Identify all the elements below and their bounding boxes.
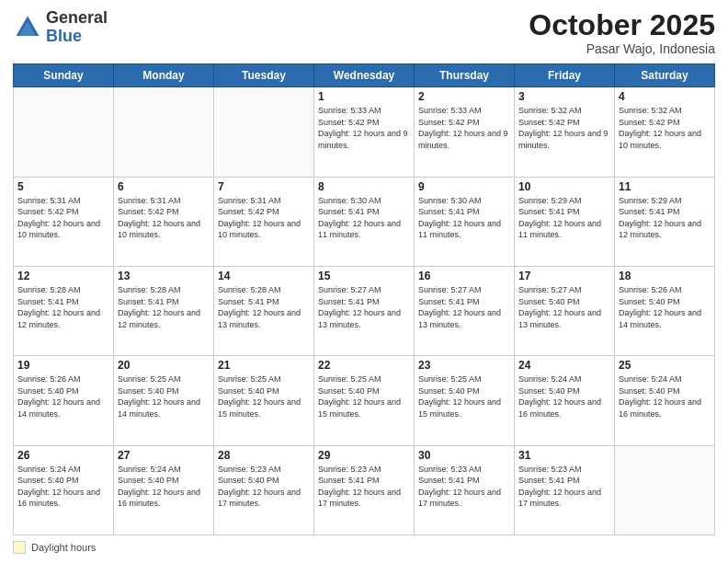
day-number: 30	[418, 449, 510, 462]
calendar-header-friday: Friday	[515, 64, 615, 87]
calendar-week-2: 12Sunrise: 5:28 AM Sunset: 5:41 PM Dayli…	[14, 266, 715, 355]
day-number: 27	[118, 449, 210, 462]
calendar-header-tuesday: Tuesday	[214, 64, 314, 87]
calendar-cell: 11Sunrise: 5:29 AM Sunset: 5:41 PM Dayli…	[615, 177, 715, 266]
calendar-cell: 13Sunrise: 5:28 AM Sunset: 5:41 PM Dayli…	[114, 266, 214, 355]
calendar-header-row: SundayMondayTuesdayWednesdayThursdayFrid…	[14, 64, 715, 87]
day-number: 7	[218, 180, 310, 193]
day-info: Sunrise: 5:23 AM Sunset: 5:41 PM Dayligh…	[418, 464, 510, 510]
calendar-week-3: 19Sunrise: 5:26 AM Sunset: 5:40 PM Dayli…	[14, 356, 715, 445]
calendar-cell: 30Sunrise: 5:23 AM Sunset: 5:41 PM Dayli…	[415, 445, 515, 534]
day-info: Sunrise: 5:30 AM Sunset: 5:41 PM Dayligh…	[318, 195, 410, 241]
day-number: 12	[17, 270, 109, 282]
legend: Daylight hours	[13, 541, 715, 554]
day-info: Sunrise: 5:32 AM Sunset: 5:42 PM Dayligh…	[619, 105, 711, 151]
day-number: 9	[418, 180, 510, 193]
calendar-cell: 23Sunrise: 5:25 AM Sunset: 5:40 PM Dayli…	[415, 356, 515, 445]
calendar-header-thursday: Thursday	[415, 64, 515, 87]
calendar-cell: 2Sunrise: 5:33 AM Sunset: 5:42 PM Daylig…	[415, 87, 515, 177]
day-info: Sunrise: 5:23 AM Sunset: 5:41 PM Dayligh…	[318, 464, 410, 510]
logo-icon	[13, 13, 42, 42]
day-info: Sunrise: 5:28 AM Sunset: 5:41 PM Dayligh…	[118, 284, 210, 330]
day-info: Sunrise: 5:23 AM Sunset: 5:40 PM Dayligh…	[218, 464, 310, 510]
day-info: Sunrise: 5:25 AM Sunset: 5:40 PM Dayligh…	[418, 373, 510, 419]
logo: General Blue	[13, 9, 108, 46]
day-number: 31	[518, 449, 610, 462]
day-info: Sunrise: 5:24 AM Sunset: 5:40 PM Dayligh…	[118, 464, 210, 510]
calendar-cell: 24Sunrise: 5:24 AM Sunset: 5:40 PM Dayli…	[515, 356, 615, 445]
day-number: 10	[518, 180, 610, 193]
day-info: Sunrise: 5:24 AM Sunset: 5:40 PM Dayligh…	[518, 373, 610, 419]
calendar-cell: 6Sunrise: 5:31 AM Sunset: 5:42 PM Daylig…	[114, 177, 214, 266]
day-number: 20	[118, 359, 210, 372]
calendar-cell: 17Sunrise: 5:27 AM Sunset: 5:40 PM Dayli…	[515, 266, 615, 355]
calendar-header-saturday: Saturday	[615, 64, 715, 87]
calendar-cell: 7Sunrise: 5:31 AM Sunset: 5:42 PM Daylig…	[214, 177, 314, 266]
day-info: Sunrise: 5:23 AM Sunset: 5:41 PM Dayligh…	[518, 464, 610, 510]
legend-color-box	[13, 541, 26, 554]
header: General Blue October 2025 Pasar Wajo, In…	[13, 9, 715, 56]
calendar-cell: 31Sunrise: 5:23 AM Sunset: 5:41 PM Dayli…	[515, 445, 615, 534]
day-info: Sunrise: 5:31 AM Sunset: 5:42 PM Dayligh…	[17, 195, 109, 241]
day-info: Sunrise: 5:28 AM Sunset: 5:41 PM Dayligh…	[17, 284, 109, 330]
day-info: Sunrise: 5:25 AM Sunset: 5:40 PM Dayligh…	[318, 373, 410, 419]
day-info: Sunrise: 5:31 AM Sunset: 5:42 PM Dayligh…	[118, 195, 210, 241]
calendar-cell: 14Sunrise: 5:28 AM Sunset: 5:41 PM Dayli…	[214, 266, 314, 355]
day-number: 1	[318, 90, 410, 103]
location: Pasar Wajo, Indonesia	[529, 41, 715, 56]
month-title: October 2025	[529, 9, 715, 41]
day-number: 13	[118, 270, 210, 282]
calendar-cell	[214, 87, 314, 177]
calendar-cell: 29Sunrise: 5:23 AM Sunset: 5:41 PM Dayli…	[314, 445, 415, 534]
day-number: 2	[418, 90, 510, 103]
day-number: 4	[619, 90, 711, 103]
day-info: Sunrise: 5:25 AM Sunset: 5:40 PM Dayligh…	[218, 373, 310, 419]
calendar-cell: 15Sunrise: 5:27 AM Sunset: 5:41 PM Dayli…	[314, 266, 415, 355]
day-number: 23	[418, 359, 510, 372]
day-info: Sunrise: 5:24 AM Sunset: 5:40 PM Dayligh…	[619, 373, 711, 419]
day-number: 25	[619, 359, 711, 372]
day-info: Sunrise: 5:33 AM Sunset: 5:42 PM Dayligh…	[318, 105, 410, 151]
calendar-cell: 1Sunrise: 5:33 AM Sunset: 5:42 PM Daylig…	[314, 87, 415, 177]
day-number: 28	[218, 449, 310, 462]
day-info: Sunrise: 5:27 AM Sunset: 5:41 PM Dayligh…	[418, 284, 510, 330]
day-info: Sunrise: 5:27 AM Sunset: 5:41 PM Dayligh…	[318, 284, 410, 330]
calendar-week-4: 26Sunrise: 5:24 AM Sunset: 5:40 PM Dayli…	[14, 445, 715, 534]
calendar-cell: 22Sunrise: 5:25 AM Sunset: 5:40 PM Dayli…	[314, 356, 415, 445]
day-info: Sunrise: 5:32 AM Sunset: 5:42 PM Dayligh…	[518, 105, 610, 151]
calendar-cell: 4Sunrise: 5:32 AM Sunset: 5:42 PM Daylig…	[615, 87, 715, 177]
calendar-cell: 20Sunrise: 5:25 AM Sunset: 5:40 PM Dayli…	[114, 356, 214, 445]
day-info: Sunrise: 5:31 AM Sunset: 5:42 PM Dayligh…	[218, 195, 310, 241]
calendar-header-sunday: Sunday	[14, 64, 114, 87]
calendar-cell: 18Sunrise: 5:26 AM Sunset: 5:40 PM Dayli…	[615, 266, 715, 355]
day-number: 14	[218, 270, 310, 282]
page: General Blue October 2025 Pasar Wajo, In…	[0, 0, 728, 563]
calendar-cell: 28Sunrise: 5:23 AM Sunset: 5:40 PM Dayli…	[214, 445, 314, 534]
day-info: Sunrise: 5:30 AM Sunset: 5:41 PM Dayligh…	[418, 195, 510, 241]
day-number: 11	[619, 180, 711, 193]
day-info: Sunrise: 5:25 AM Sunset: 5:40 PM Dayligh…	[118, 373, 210, 419]
legend-label: Daylight hours	[31, 542, 96, 553]
day-info: Sunrise: 5:29 AM Sunset: 5:41 PM Dayligh…	[619, 195, 711, 241]
day-info: Sunrise: 5:33 AM Sunset: 5:42 PM Dayligh…	[418, 105, 510, 151]
day-number: 24	[518, 359, 610, 372]
calendar-cell: 25Sunrise: 5:24 AM Sunset: 5:40 PM Dayli…	[615, 356, 715, 445]
calendar-cell: 5Sunrise: 5:31 AM Sunset: 5:42 PM Daylig…	[14, 177, 114, 266]
calendar-table: SundayMondayTuesdayWednesdayThursdayFrid…	[13, 63, 715, 535]
calendar-cell	[14, 87, 114, 177]
calendar-cell: 19Sunrise: 5:26 AM Sunset: 5:40 PM Dayli…	[14, 356, 114, 445]
day-info: Sunrise: 5:26 AM Sunset: 5:40 PM Dayligh…	[17, 373, 109, 419]
day-number: 22	[318, 359, 410, 372]
day-info: Sunrise: 5:24 AM Sunset: 5:40 PM Dayligh…	[17, 464, 109, 510]
day-number: 5	[17, 180, 109, 193]
calendar-cell	[615, 445, 715, 534]
title-block: October 2025 Pasar Wajo, Indonesia	[529, 9, 715, 56]
calendar-cell: 3Sunrise: 5:32 AM Sunset: 5:42 PM Daylig…	[515, 87, 615, 177]
calendar-week-1: 5Sunrise: 5:31 AM Sunset: 5:42 PM Daylig…	[14, 177, 715, 266]
day-number: 26	[17, 449, 109, 462]
day-info: Sunrise: 5:27 AM Sunset: 5:40 PM Dayligh…	[518, 284, 610, 330]
day-number: 8	[318, 180, 410, 193]
calendar-cell: 9Sunrise: 5:30 AM Sunset: 5:41 PM Daylig…	[415, 177, 515, 266]
day-number: 16	[418, 270, 510, 282]
calendar-week-0: 1Sunrise: 5:33 AM Sunset: 5:42 PM Daylig…	[14, 87, 715, 177]
